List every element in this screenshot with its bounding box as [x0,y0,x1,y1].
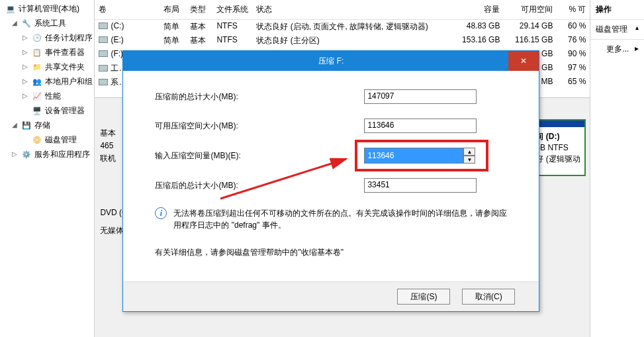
clock-icon: 🕒 [32,32,42,43]
avail-size-label: 可用压缩空间大小(MB): [155,120,364,132]
dialog-titlebar[interactable]: 压缩 F: ✕ [123,51,539,71]
expander-icon[interactable]: ◢ [11,119,19,131]
before-size-label: 压缩前的总计大小(MB): [155,91,364,103]
tree-root[interactable]: 💻计算机管理(本地) [0,1,94,16]
col-type[interactable]: 类型 [186,3,212,17]
drive-icon [99,79,108,85]
info-icon: i [155,207,167,219]
expander-icon[interactable]: ▷ [21,75,29,87]
tree-disk-management[interactable]: 📀磁盘管理 [0,132,94,147]
device-icon: 🖥️ [32,105,42,116]
shrink-button[interactable]: 压缩(S) [397,289,450,305]
before-size-value: 147097 [364,89,477,104]
perf-icon: 📈 [32,91,42,101]
enter-size-label: 输入压缩空间量(MB)(E): [155,150,364,162]
tree-performance[interactable]: ▷📈性能 [0,89,94,103]
services-icon: ⚙️ [21,149,32,160]
info-text: 无法将卷压缩到超出任何不可移动的文件所在的点。有关完成该操作时间的详细信息，请参… [173,207,507,231]
nomedia-label: 无媒体 [100,225,124,236]
folder-icon: 📁 [32,62,42,72]
tree-event-viewer[interactable]: ▷📋事件查看器 [0,45,94,60]
helper-text: 有关详细信息，请参阅磁盘管理帮助中的"收缩基本卷" [155,247,507,258]
shrink-dialog: 压缩 F: ✕ 压缩前的总计大小(MB): 147097 可用压缩空间大小(MB… [122,50,539,312]
drive-icon [99,65,108,72]
actions-disk-mgmt[interactable]: 磁盘管理▴ [590,20,644,40]
expander-icon[interactable]: ▷ [11,148,19,160]
tools-icon: 🔧 [21,18,32,28]
expander-icon[interactable]: ▷ [21,61,29,73]
col-capacity[interactable]: 容量 [451,3,504,17]
table-row[interactable]: (C:)简单基本NTFS状态良好 (启动, 页面文件, 故障转储, 逻辑驱动器)… [95,20,590,34]
close-icon: ✕ [520,56,527,66]
col-free[interactable]: 可用空间 [504,3,557,17]
col-volume[interactable]: 卷 [95,3,160,17]
volume-header: 卷 布局 类型 文件系统 状态 容量 可用空间 % 可 [95,0,590,20]
storage-icon: 💾 [21,120,32,130]
tree-system-tools[interactable]: ◢🔧系统工具 [0,16,94,30]
col-layout[interactable]: 布局 [160,3,186,17]
col-status[interactable]: 状态 [252,3,451,17]
col-fs[interactable]: 文件系统 [212,3,252,17]
tree-storage[interactable]: ◢💾存储 [0,118,94,132]
users-icon: 👥 [32,76,42,87]
expander-icon[interactable]: ▷ [21,46,29,58]
disk-icon: 📀 [32,134,42,145]
actions-title: 操作 [590,0,644,20]
disk-basic-info: 基本 465 联机 [100,127,116,166]
actions-more[interactable]: 更多...▸ [590,40,644,59]
avail-size-value: 113646 [364,119,477,133]
tree-task-scheduler[interactable]: ▷🕒任务计划程序 [0,30,94,45]
close-button[interactable]: ✕ [508,51,539,71]
left-tree: 💻计算机管理(本地) ◢🔧系统工具 ▷🕒任务计划程序 ▷📋事件查看器 ▷📁共享文… [0,0,95,337]
event-icon: 📋 [32,47,42,58]
chevron-right-icon: ▸ [635,44,639,53]
cancel-button[interactable]: 取消(C) [462,289,515,305]
chevron-up-icon: ▴ [635,24,639,31]
volume-pane: 卷 布局 类型 文件系统 状态 容量 可用空间 % 可 (C:)简单基本NTFS… [95,0,590,337]
expander-icon[interactable]: ◢ [11,17,19,29]
computer-icon: 💻 [5,3,16,14]
after-size-label: 压缩后的总计大小(MB): [155,180,364,191]
drive-icon [99,50,108,57]
highlight-annotation [355,140,488,171]
table-row[interactable]: (E:)简单基本NTFS状态良好 (主分区)153.16 GB116.15 GB… [95,34,590,48]
tree-shared-folders[interactable]: ▷📁共享文件夹 [0,60,94,74]
tree-device-manager[interactable]: 🖥️设备管理器 [0,103,94,118]
tree-services[interactable]: ▷⚙️服务和应用程序 [0,147,94,162]
tree-local-users[interactable]: ▷👥本地用户和组 [0,74,94,89]
expander-icon[interactable]: ▷ [21,32,29,44]
expander-icon[interactable]: ▷ [21,90,29,102]
after-size-value: 33451 [364,178,477,193]
col-percent[interactable]: % 可 [557,3,590,17]
dialog-title: 压缩 F: [318,56,344,67]
actions-pane: 操作 磁盘管理▴ 更多...▸ [590,0,644,337]
drive-icon [99,36,108,43]
drive-icon [99,23,108,29]
